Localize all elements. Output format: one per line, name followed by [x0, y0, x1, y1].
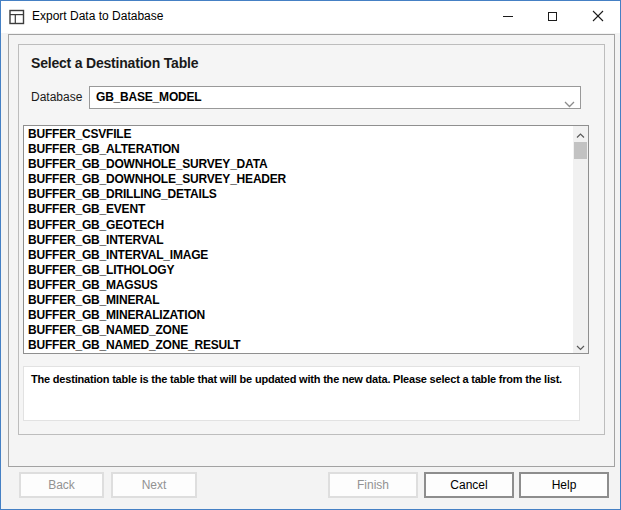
minimize-icon [503, 16, 513, 17]
maximize-icon [548, 12, 557, 21]
chevron-up-icon [576, 125, 585, 143]
window-title: Export Data to Database [32, 9, 163, 23]
scroll-up-button[interactable] [573, 126, 588, 141]
list-item[interactable]: BUFFER_GB_LITHOLOGY [28, 263, 572, 278]
scroll-down-button[interactable] [573, 338, 588, 353]
description-box: The destination table is the table that … [23, 366, 580, 421]
export-data-dialog: Export Data to Database Select a Destina… [0, 0, 621, 510]
minimize-button[interactable] [485, 1, 530, 32]
list-item[interactable]: BUFFER_GB_NAMED_ZONE_RESULT [28, 338, 572, 353]
maximize-button[interactable] [530, 1, 575, 32]
database-label: Database [31, 90, 82, 104]
close-icon [592, 8, 604, 26]
cancel-button[interactable]: Cancel [424, 472, 514, 498]
list-item[interactable]: BUFFER_GB_ALTERATION [28, 142, 572, 157]
description-text: The destination table is the table that … [31, 372, 573, 387]
list-item[interactable]: BUFFER_CSVFILE [28, 127, 572, 142]
list-item[interactable]: BUFFER_GB_DRILLING_DETAILS [28, 187, 572, 202]
chevron-down-icon [564, 94, 575, 112]
list-item[interactable]: BUFFER_GB_INTERVAL_IMAGE [28, 248, 572, 263]
scrollbar-thumb[interactable] [574, 142, 587, 159]
close-button[interactable] [575, 1, 620, 32]
list-item[interactable]: BUFFER_GB_NAMED_ZONE [28, 323, 572, 338]
list-item[interactable]: BUFFER_GB_EVENT [28, 202, 572, 217]
vertical-scrollbar[interactable] [573, 126, 588, 353]
title-bar[interactable]: Export Data to Database [1, 1, 620, 33]
list-item[interactable]: BUFFER_GB_MINERAL [28, 293, 572, 308]
database-combobox[interactable]: GB_BASE_MODEL [89, 86, 581, 109]
list-item[interactable]: BUFFER_GB_DOWNHOLE_SURVEY_DATA [28, 157, 572, 172]
destination-table-listbox[interactable]: BUFFER_CSVFILEBUFFER_GB_ALTERATIONBUFFER… [23, 125, 589, 354]
list-item[interactable]: BUFFER_GB_GEOTECH [28, 218, 572, 233]
database-selected-value: GB_BASE_MODEL [96, 90, 201, 104]
next-button[interactable]: Next [111, 472, 197, 498]
table-list: BUFFER_CSVFILEBUFFER_GB_ALTERATIONBUFFER… [24, 127, 572, 353]
back-button[interactable]: Back [19, 472, 104, 498]
list-item[interactable]: BUFFER_GB_INTERVAL [28, 233, 572, 248]
list-item[interactable]: BUFFER_GB_MINERALIZATION [28, 308, 572, 323]
chevron-down-icon [576, 337, 585, 355]
page-title: Select a Destination Table [31, 55, 198, 71]
finish-button[interactable]: Finish [328, 472, 418, 498]
help-button[interactable]: Help [519, 472, 609, 498]
list-item[interactable]: BUFFER_GB_MAGSUS [28, 278, 572, 293]
window-layout-icon [9, 9, 25, 25]
list-item[interactable]: BUFFER_GB_DOWNHOLE_SURVEY_HEADER [28, 172, 572, 187]
